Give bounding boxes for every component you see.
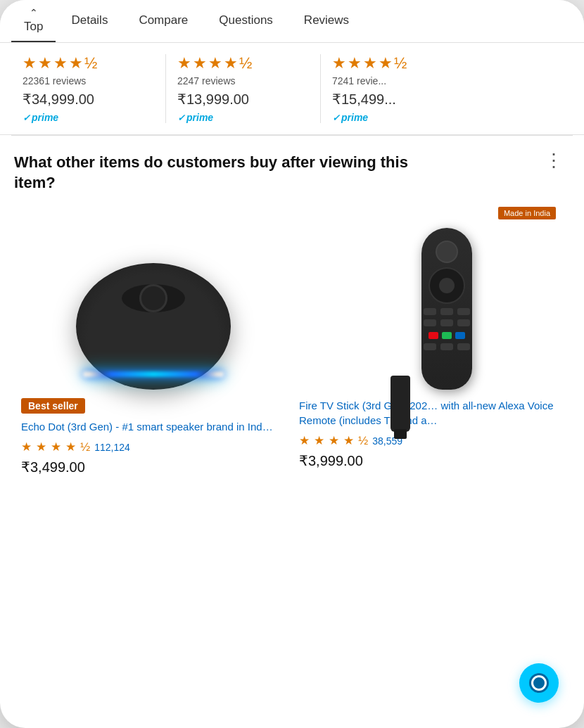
- fire-tv-graphic: [391, 207, 472, 390]
- comparison-section: ★ ★ ★ ★ ½ 22361 reviews ₹34,999.00 ✓ pri…: [0, 43, 584, 135]
- star-half-icon: ½: [239, 54, 252, 72]
- product-stars-echo-dot: ★ ★ ★ ★ ½ 112,124: [21, 440, 285, 454]
- remote-dpad: [429, 267, 465, 304]
- product-price-echo-dot: ₹3,499.00: [21, 459, 285, 475]
- remote-small-btn: [440, 319, 453, 326]
- star-icon: ★: [51, 440, 61, 454]
- star-icon: ★: [379, 54, 393, 72]
- remote-small-btn: [457, 319, 470, 326]
- prime-check-icon: ✓: [23, 113, 30, 123]
- echo-dot-graphic: [76, 263, 231, 390]
- remote-btns-row-1: [424, 308, 470, 315]
- remote-btns-row-3: [424, 343, 470, 350]
- prime-label-1: prime: [32, 112, 58, 123]
- echo-dot-top-ring: [122, 284, 185, 312]
- stars-row-1: ★ ★ ★ ★ ½: [23, 54, 154, 72]
- remote-top-btn: [436, 241, 458, 263]
- star-icon: ★: [363, 54, 377, 72]
- alexa-ring: [531, 675, 547, 691]
- remote-small-btn: [440, 343, 453, 350]
- star-icon: ★: [193, 54, 207, 72]
- phone-frame: ⌃ Top Details Compare Questions Reviews …: [0, 0, 584, 728]
- review-count-echo-dot[interactable]: 112,124: [94, 442, 130, 453]
- chevron-up-icon: ⌃: [30, 7, 38, 18]
- review-count-3: 7241 revie...: [332, 75, 464, 87]
- product-title-echo-dot[interactable]: Echo Dot (3rd Gen) - #1 smart speaker br…: [21, 419, 285, 434]
- price-3: ₹15,499...: [332, 91, 464, 108]
- tab-compare[interactable]: Compare: [123, 1, 203, 41]
- star-half-icon: ½: [80, 440, 90, 454]
- remote-small-btn: [424, 319, 436, 326]
- prime-check-icon: ✓: [177, 113, 185, 123]
- section-title: What other items do customers buy after …: [14, 153, 408, 193]
- best-seller-badge: Best seller: [21, 398, 85, 414]
- echo-dot-button: [139, 284, 167, 312]
- star-icon: ★: [329, 433, 339, 448]
- tab-details[interactable]: Details: [56, 1, 123, 41]
- product-card-echo-dot[interactable]: Best seller Echo Dot (3rd Gen) - #1 smar…: [14, 207, 292, 475]
- star-icon: ★: [343, 433, 354, 448]
- price-2: ₹13,999.00: [177, 91, 309, 108]
- prime-label-3: prime: [341, 112, 368, 123]
- nav-tabs: ⌃ Top Details Compare Questions Reviews: [0, 0, 584, 43]
- remote-dpad-center: [439, 278, 455, 293]
- remote-small-btn: [424, 343, 436, 350]
- star-icon: ★: [299, 433, 310, 448]
- price-1: ₹34,999.00: [23, 91, 154, 108]
- tab-questions[interactable]: Questions: [203, 1, 288, 41]
- product-title-fire-tv[interactable]: Fire TV Stick (3rd Gen, 202… with all-ne…: [299, 398, 563, 428]
- alexa-fab-button[interactable]: [519, 663, 559, 703]
- compare-item-2[interactable]: ★ ★ ★ ★ ½ 2247 reviews ₹13,999.00 ✓ prim…: [166, 54, 321, 123]
- star-icon: ★: [177, 54, 191, 72]
- customers-also-bought-section: What other items do customers buy after …: [0, 136, 584, 487]
- stars-row-2: ★ ★ ★ ★ ½: [177, 54, 309, 72]
- alexa-icon: [529, 673, 549, 693]
- star-icon: ★: [36, 440, 46, 454]
- fire-tv-remote-icon: [421, 228, 472, 390]
- star-icon: ★: [65, 440, 76, 454]
- remote-small-btn: [424, 308, 436, 315]
- star-icon: ★: [38, 54, 52, 72]
- compare-item-3[interactable]: ★ ★ ★ ★ ½ 7241 revie... ₹15,499... ✓ pri…: [321, 54, 476, 123]
- star-icon: ★: [224, 54, 238, 72]
- netflix-btn: [429, 332, 438, 339]
- products-row: Best seller Echo Dot (3rd Gen) - #1 smar…: [14, 207, 570, 475]
- product-stars-fire-tv: ★ ★ ★ ★ ½ 38,559: [299, 433, 563, 448]
- review-count-2: 2247 reviews: [177, 75, 309, 87]
- star-icon: ★: [21, 440, 32, 454]
- fire-tv-image: Made in India: [299, 207, 563, 390]
- prime-label-2: prime: [186, 112, 213, 123]
- prime-check-icon: ✓: [332, 113, 340, 123]
- stars-row-3: ★ ★ ★ ★ ½: [332, 54, 464, 72]
- star-icon: ★: [208, 54, 222, 72]
- tab-reviews[interactable]: Reviews: [288, 1, 364, 41]
- compare-item-1[interactable]: ★ ★ ★ ★ ½ 22361 reviews ₹34,999.00 ✓ pri…: [11, 54, 166, 123]
- echo-dot-image: [21, 207, 285, 390]
- prime-btn: [442, 332, 452, 339]
- remote-colored-btns: [429, 332, 465, 339]
- tab-top-label: Top: [24, 20, 43, 34]
- star-icon: ★: [332, 54, 346, 72]
- made-in-india-badge: Made in India: [498, 207, 556, 219]
- star-icon: ★: [314, 433, 324, 448]
- prime-badge-2: ✓ prime: [177, 112, 309, 123]
- apps-btn: [455, 332, 465, 339]
- star-half-icon: ½: [394, 54, 407, 72]
- prime-badge-1: ✓ prime: [23, 112, 154, 123]
- star-half-icon: ½: [358, 434, 368, 448]
- remote-small-btn: [457, 308, 470, 315]
- star-half-icon: ½: [84, 54, 97, 72]
- product-card-fire-tv[interactable]: Made in India: [292, 207, 570, 475]
- prime-badge-3: ✓ prime: [332, 112, 464, 123]
- remote-small-btn: [457, 343, 470, 350]
- tab-top[interactable]: ⌃ Top: [11, 0, 56, 42]
- remote-btns-row-2: [424, 319, 470, 326]
- review-count-1: 22361 reviews: [23, 75, 154, 87]
- fire-stick-hdmi-icon: [391, 376, 410, 432]
- star-icon: ★: [348, 54, 362, 72]
- product-price-fire-tv: ₹3,999.00: [299, 452, 563, 469]
- more-options-button[interactable]: ⋮: [539, 150, 570, 172]
- section-header: What other items do customers buy after …: [14, 153, 570, 193]
- star-icon: ★: [23, 54, 37, 72]
- remote-small-btn: [440, 308, 453, 315]
